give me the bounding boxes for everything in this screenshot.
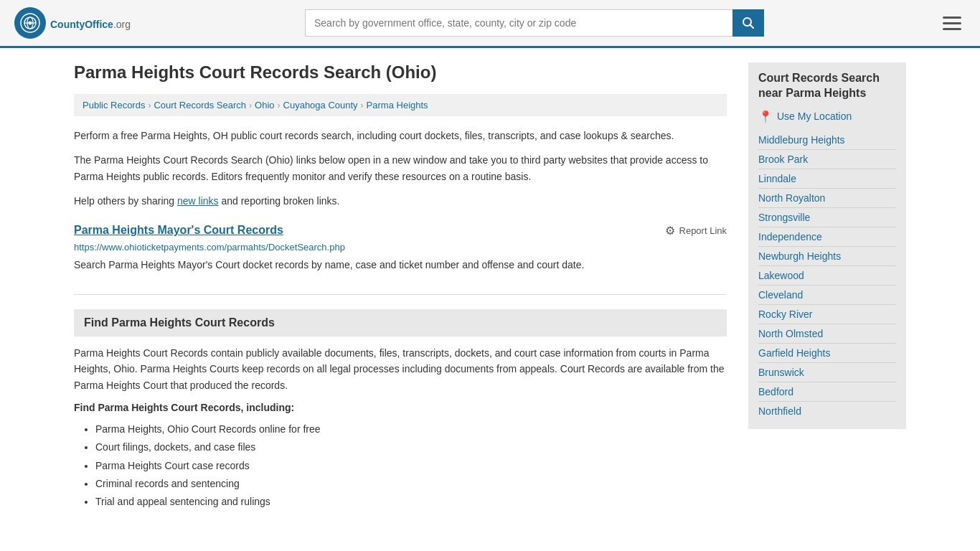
use-my-location-button[interactable]: 📍 Use My Location xyxy=(758,110,896,123)
logo-icon xyxy=(14,7,46,39)
sidebar-link-garfield-heights[interactable]: Garfield Heights xyxy=(758,347,830,359)
intro-p3-after: and reporting broken links. xyxy=(219,195,340,207)
list-item: Bedford xyxy=(758,382,896,402)
use-my-location-label: Use My Location xyxy=(777,110,852,122)
breadcrumb-parma-heights[interactable]: Parma Heights xyxy=(367,100,428,110)
page-container: Parma Heights Court Records Search (Ohio… xyxy=(60,48,920,532)
list-item: Linndale xyxy=(758,169,896,189)
court-link-title[interactable]: Parma Heights Mayor's Court Records xyxy=(74,224,283,237)
court-link-url[interactable]: https://www.ohioticketpayments.com/parma… xyxy=(74,242,727,253)
sidebar-link-strongsville[interactable]: Strongsville xyxy=(758,212,810,223)
intro-paragraph-2: The Parma Heights Court Records Search (… xyxy=(74,152,727,184)
sidebar-link-newburgh-heights[interactable]: Newburgh Heights xyxy=(758,250,841,262)
breadcrumb-sep: › xyxy=(148,100,151,110)
list-item: Lakewood xyxy=(758,266,896,286)
sidebar-link-independence[interactable]: Independence xyxy=(758,231,822,242)
sidebar-link-brook-park[interactable]: Brook Park xyxy=(758,154,808,165)
logo-text: CountyOffice.org xyxy=(50,15,131,32)
svg-point-4 xyxy=(29,22,32,25)
sidebar-link-north-olmsted[interactable]: North Olmsted xyxy=(758,328,823,339)
list-item: Court filings, dockets, and case files xyxy=(95,438,727,456)
search-button[interactable] xyxy=(732,9,764,37)
court-link-section: Parma Heights Mayor's Court Records ⚙ Re… xyxy=(74,224,727,280)
hamburger-line xyxy=(943,17,961,19)
sidebar-link-lakewood[interactable]: Lakewood xyxy=(758,270,804,281)
list-item: North Royalton xyxy=(758,189,896,208)
sidebar-link-rocky-river[interactable]: Rocky River xyxy=(758,309,812,320)
location-pin-icon: 📍 xyxy=(758,110,773,123)
list-item: Newburgh Heights xyxy=(758,247,896,266)
breadcrumb-court-records[interactable]: Court Records Search xyxy=(154,100,246,110)
section-divider xyxy=(74,294,727,295)
find-list: Parma Heights, Ohio Court Records online… xyxy=(95,420,727,511)
report-link-button[interactable]: ⚙ Report Link xyxy=(665,224,727,237)
search-icon xyxy=(742,17,755,29)
intro-p3-before: Help others by sharing xyxy=(74,195,177,207)
list-item: Garfield Heights xyxy=(758,344,896,363)
search-area xyxy=(305,9,764,37)
list-item: Strongsville xyxy=(758,208,896,227)
page-title: Parma Heights Court Records Search (Ohio… xyxy=(74,62,727,83)
hamburger-line xyxy=(943,28,961,30)
list-item: Criminal records and sentencing xyxy=(95,475,727,493)
court-link-description: Search Parma Heights Mayor's Court docke… xyxy=(74,257,727,273)
intro-paragraph-3: Help others by sharing new links and rep… xyxy=(74,193,727,209)
search-input[interactable] xyxy=(305,9,732,37)
main-content: Parma Heights Court Records Search (Ohio… xyxy=(74,62,727,518)
list-item: Brook Park xyxy=(758,150,896,169)
list-item: Brunswick xyxy=(758,363,896,382)
sidebar-link-cleveland[interactable]: Cleveland xyxy=(758,289,803,301)
sidebar-link-middleburg[interactable]: Middleburg Heights xyxy=(758,134,845,146)
sidebar: Court Records Search near Parma Heights … xyxy=(748,62,906,518)
find-section-description: Parma Heights Court Records contain publ… xyxy=(74,345,727,393)
sidebar-box: Court Records Search near Parma Heights … xyxy=(748,62,906,429)
svg-line-6 xyxy=(750,25,754,29)
report-icon: ⚙ xyxy=(665,224,675,237)
sidebar-title: Court Records Search near Parma Heights xyxy=(758,71,896,101)
breadcrumb-ohio[interactable]: Ohio xyxy=(255,100,274,110)
list-item: Middleburg Heights xyxy=(758,131,896,150)
new-links-link[interactable]: new links xyxy=(177,195,219,207)
intro-paragraph-1: Perform a free Parma Heights, OH public … xyxy=(74,128,727,143)
list-item: Trial and appeal sentencing and rulings xyxy=(95,493,727,511)
list-item: Parma Heights Court case records xyxy=(95,457,727,475)
breadcrumb-cuyahoga[interactable]: Cuyahoga County xyxy=(283,100,358,110)
list-item: Northfield xyxy=(758,402,896,420)
find-section-title: Find Parma Heights Court Records xyxy=(84,316,717,329)
sidebar-link-brunswick[interactable]: Brunswick xyxy=(758,367,804,378)
find-list-heading: Find Parma Heights Court Records, includ… xyxy=(74,402,727,413)
sidebar-link-bedford[interactable]: Bedford xyxy=(758,386,793,397)
report-link-label: Report Link xyxy=(679,225,727,236)
list-item: Cleveland xyxy=(758,286,896,305)
hamburger-line xyxy=(943,22,961,24)
site-header: CountyOffice.org xyxy=(0,0,980,48)
menu-button[interactable] xyxy=(938,12,966,34)
list-item: North Olmsted xyxy=(758,324,896,344)
nearby-links-list: Middleburg Heights Brook Park Linndale N… xyxy=(758,131,896,420)
breadcrumb-public-records[interactable]: Public Records xyxy=(83,100,145,110)
sidebar-link-northfield[interactable]: Northfield xyxy=(758,405,801,417)
breadcrumb: Public Records › Court Records Search › … xyxy=(74,94,727,116)
sidebar-link-north-royalton[interactable]: North Royalton xyxy=(758,192,825,204)
list-item: Independence xyxy=(758,227,896,247)
sidebar-link-linndale[interactable]: Linndale xyxy=(758,173,796,184)
list-item: Parma Heights, Ohio Court Records online… xyxy=(95,420,727,438)
breadcrumb-sep: › xyxy=(361,100,364,110)
breadcrumb-sep: › xyxy=(249,100,252,110)
find-section-header: Find Parma Heights Court Records xyxy=(74,309,727,336)
court-link-header: Parma Heights Mayor's Court Records ⚙ Re… xyxy=(74,224,727,237)
list-item: Rocky River xyxy=(758,305,896,324)
logo-area: CountyOffice.org xyxy=(14,7,131,39)
breadcrumb-sep: › xyxy=(278,100,281,110)
